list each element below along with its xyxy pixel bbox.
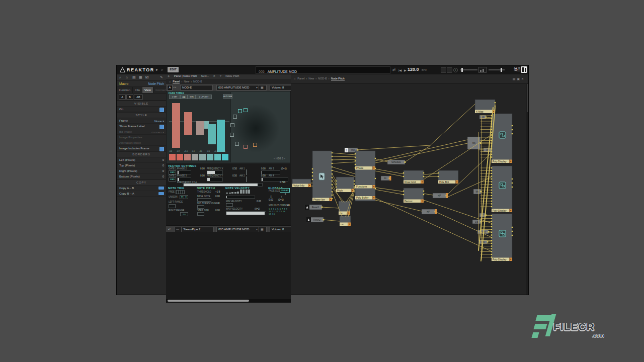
scrollbar-thumb[interactable] bbox=[168, 300, 249, 302]
cpu-slider-handle[interactable] bbox=[501, 68, 502, 72]
node-poly-display[interactable] bbox=[492, 166, 512, 212]
ab-toggle-button[interactable]: A bbox=[167, 85, 173, 90]
ab-button-ab[interactable]: AB bbox=[134, 95, 143, 100]
snapshot-field[interactable]: 005 AMPLITUDE MOD▾ bbox=[216, 85, 259, 90]
sidebar-row-right-pixels-[interactable]: Right (Pixels)0 bbox=[117, 168, 166, 174]
row-value[interactable]: 0 bbox=[163, 175, 164, 178]
breadcrumb-item-panel[interactable]: Panel bbox=[173, 80, 180, 83]
gear-icon[interactable]: ⚙ bbox=[514, 67, 518, 72]
ab-button-b[interactable]: B bbox=[126, 95, 133, 100]
input-port bbox=[491, 187, 492, 188]
search-icon[interactable]: ⌕ bbox=[161, 67, 163, 72]
node-functions[interactable] bbox=[355, 151, 375, 201]
checkbox[interactable] bbox=[159, 108, 164, 112]
row-value[interactable]: 0 bbox=[163, 158, 164, 161]
updown-icon[interactable]: ▴▾ bbox=[168, 227, 171, 230]
close-icon[interactable]: ✕ bbox=[213, 74, 216, 77]
tab-new[interactable]: New... bbox=[201, 74, 209, 77]
wire bbox=[332, 153, 355, 155]
edit-mode-button[interactable]: EDIT bbox=[168, 67, 179, 72]
volume-slider-handle[interactable] bbox=[461, 68, 463, 72]
section-header-copy: COPY bbox=[117, 179, 166, 186]
module-corner-tag bbox=[389, 176, 391, 180]
rewind-icon[interactable]: |◀ bbox=[398, 68, 401, 72]
input-port bbox=[491, 175, 492, 176]
help-icon[interactable]: ? bbox=[220, 74, 221, 77]
input-port bbox=[491, 167, 492, 168]
nav-arrows-icon[interactable]: ◂ ▸ bbox=[173, 85, 176, 88]
wire bbox=[375, 169, 404, 174]
search-icon[interactable]: ⌕ bbox=[119, 75, 121, 79]
loop-icon[interactable]: ⇄ bbox=[392, 67, 396, 72]
cpu-slider[interactable] bbox=[489, 69, 505, 70]
sidebar-row-animation-index[interactable]: Animation Index bbox=[117, 140, 166, 146]
edit-icon[interactable]: ✎ bbox=[160, 75, 163, 79]
sidebar-row-bg-image[interactable]: Bg Image<none> ▾ bbox=[117, 129, 166, 135]
sidebar-row-top-pixels-[interactable]: Top (Pixels)0 bbox=[117, 163, 166, 168]
logo-bar bbox=[531, 332, 539, 338]
checkbox[interactable] bbox=[159, 147, 164, 151]
module-label: Pitch bbox=[337, 189, 343, 192]
breadcrumb-item-new[interactable]: New bbox=[184, 80, 189, 83]
panel-grid-icon[interactable]: ▤ bbox=[132, 75, 136, 79]
row-value[interactable]: <none> ▾ bbox=[151, 130, 164, 134]
volume-slider[interactable] bbox=[460, 69, 477, 70]
breadcrumb-item-node-pitch[interactable]: Node Pitch bbox=[331, 77, 345, 80]
input-port bbox=[491, 203, 492, 204]
wire bbox=[424, 194, 433, 195]
sidebar-row-left-pixels-[interactable]: Left (Pixels)0 bbox=[117, 157, 166, 163]
output-port bbox=[354, 180, 355, 182]
sidebar-row-image-properties[interactable]: Image Properties bbox=[117, 135, 166, 140]
panes-icon[interactable]: ▣ bbox=[517, 77, 521, 80]
section-header-borders: BORDERS bbox=[117, 151, 166, 157]
tab-node-pitch[interactable]: Node Pitch bbox=[225, 74, 239, 77]
sidebar-row-frame[interactable]: FrameNone ▾ bbox=[117, 118, 166, 124]
sidebar-row-copy-b-a[interactable]: Copy B→A bbox=[117, 191, 166, 197]
info-icon[interactable]: i bbox=[453, 68, 458, 72]
grid-icon[interactable]: ▤ bbox=[513, 77, 517, 80]
voices-field[interactable]: Voices: 8 bbox=[270, 85, 291, 90]
copy-button[interactable] bbox=[158, 187, 164, 190]
horizontal-scrollbar[interactable] bbox=[166, 299, 291, 303]
reaktor-window: REAKTOR ▸ ⌕ EDIT 005AMPLITUDE MOD ⇄ |◀ ▶… bbox=[117, 65, 528, 295]
close-icon[interactable]: ✕ bbox=[521, 77, 525, 80]
play-icon[interactable]: ▶ bbox=[404, 68, 407, 72]
output-port bbox=[332, 198, 333, 199]
ensemble-title-field[interactable]: 005AMPLITUDE MOD bbox=[256, 66, 390, 74]
structure-grid-icon[interactable]: ▦ bbox=[139, 75, 142, 79]
snapshot-grid-button[interactable]: ▦ bbox=[259, 85, 267, 90]
chevron-down-icon[interactable]: ▸ bbox=[156, 67, 158, 72]
sidebar-row-image-includes-frame[interactable]: Image Includes Frame bbox=[117, 146, 166, 151]
toolbar-button-b[interactable] bbox=[447, 67, 452, 73]
instrument-name-field[interactable]: NOD-E bbox=[180, 85, 213, 90]
breadcrumb-separator: › bbox=[329, 77, 330, 80]
tab-panel-node-pitch[interactable]: Panel | Node Pitch bbox=[174, 74, 197, 77]
row-value[interactable]: 0 bbox=[163, 169, 164, 172]
sidebar-tab-function[interactable]: Function bbox=[117, 87, 133, 93]
node-poly-display[interactable] bbox=[492, 214, 512, 261]
sidebar-row-on[interactable]: On bbox=[117, 107, 166, 112]
module-label: Ms bbox=[472, 142, 476, 144]
breadcrumb-item-new[interactable]: New bbox=[308, 77, 314, 80]
bpm-value[interactable]: 120.0 bbox=[408, 67, 419, 72]
sidebar-row-bottom-pixels-[interactable]: Bottom (Pixels)0 bbox=[117, 174, 166, 179]
checkbox[interactable] bbox=[159, 125, 164, 129]
sidebar-tab-view[interactable]: View bbox=[142, 87, 153, 93]
toolbar-button-a[interactable] bbox=[441, 67, 446, 73]
copy-button[interactable] bbox=[158, 192, 164, 195]
input-port bbox=[491, 226, 492, 227]
row-label: Image Includes Frame bbox=[119, 147, 149, 150]
breadcrumb-item-panel[interactable]: Panel bbox=[297, 77, 304, 80]
breadcrumb-item-nod-e[interactable]: NOD-E bbox=[193, 80, 202, 83]
ab-button-a[interactable]: A bbox=[119, 95, 126, 100]
input-port bbox=[491, 190, 492, 191]
breadcrumb-item-nod-e[interactable]: NOD-E bbox=[318, 77, 327, 80]
sidebar-tab-info[interactable]: Info bbox=[133, 87, 142, 93]
sidebar-row-show-frame-label[interactable]: Show Frame Label bbox=[117, 124, 166, 129]
row-value[interactable]: 0 bbox=[163, 164, 164, 167]
node-pitch-link[interactable]: Node Pitch bbox=[148, 82, 164, 85]
home-icon[interactable]: ⌂ bbox=[126, 75, 128, 79]
row-value[interactable]: None ▾ bbox=[154, 119, 164, 123]
properties-check-icon[interactable]: ☑ bbox=[145, 75, 148, 79]
sidebar-row-copy-a-b[interactable]: Copy A→B bbox=[117, 186, 166, 191]
